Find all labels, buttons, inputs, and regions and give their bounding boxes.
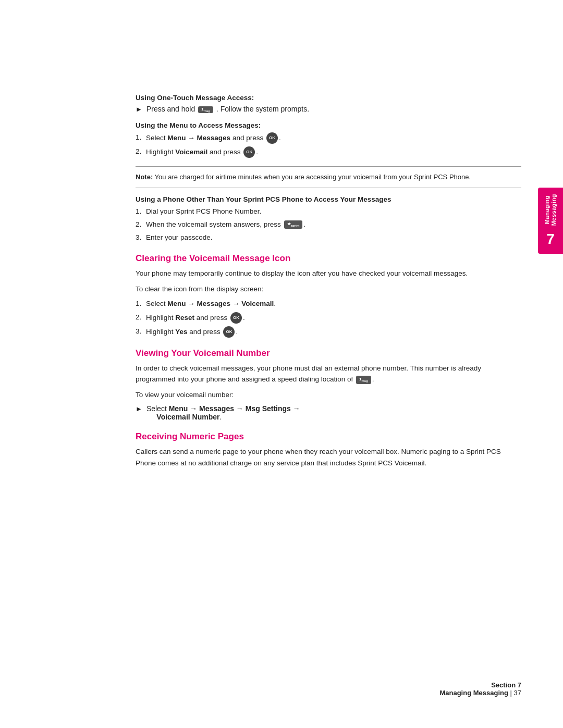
step1-rest: and press bbox=[232, 134, 263, 142]
other-phone-list: 1. Dial your Sprint PCS Phone Number. 2.… bbox=[136, 206, 521, 243]
menu-step-1: 1. Select Menu → Messages and press OK. bbox=[136, 132, 521, 144]
clearing-step-3: 3. Highlight Yes and press OK. bbox=[136, 326, 521, 338]
note-label: Note: bbox=[136, 173, 153, 181]
arrow-icon: ► bbox=[136, 105, 142, 113]
clearing-step3-pre: Highlight bbox=[146, 327, 174, 335]
menu-step-2: 2. Highlight Voicemail and press OK. bbox=[136, 146, 521, 158]
side-tab: Managing Messaging 7 bbox=[538, 188, 563, 254]
viewing-voicemail-number: Voicemail Number bbox=[156, 413, 219, 421]
side-tab-number: 7 bbox=[546, 231, 555, 248]
other-phone-heading: Using a Phone Other Than Your Sprint PCS… bbox=[136, 195, 521, 203]
clearing-step-1: 1. Select Menu → Messages → Voicemail. bbox=[136, 299, 521, 309]
clearing-voicemail: Voicemail bbox=[241, 300, 274, 307]
clearing-messages: Messages bbox=[197, 300, 231, 307]
clearing-step3-rest: and press bbox=[189, 327, 220, 335]
receiving-body: Callers can send a numeric page to your … bbox=[136, 446, 521, 468]
arrow-icon-2: ► bbox=[136, 405, 142, 413]
one-touch-section: Using One-Touch Message Access: ► Press … bbox=[136, 94, 521, 113]
ok-button-3: OK bbox=[230, 312, 242, 324]
note-text: You are charged for airtime minutes when… bbox=[155, 173, 471, 181]
step1-messages: Messages bbox=[197, 134, 231, 142]
viewing-title: Viewing Your Voicemail Number bbox=[136, 348, 521, 359]
side-tab-text: Managing Messaging bbox=[544, 194, 557, 226]
step2-voicemail: Voicemail bbox=[175, 148, 207, 156]
viewing-body1-text: In order to check voicemail messages, yo… bbox=[136, 364, 481, 384]
viewing-body1: In order to check voicemail messages, yo… bbox=[136, 363, 521, 385]
speed-dial-button: 1msg bbox=[356, 376, 371, 384]
clearing-section: Clearing the Voicemail Message Icon Your… bbox=[136, 253, 521, 337]
one-touch-press: Press and hold bbox=[146, 105, 195, 113]
clearing-yes: Yes bbox=[175, 327, 187, 335]
clearing-body1: Your phone may temporarily continue to d… bbox=[136, 268, 521, 279]
clearing-title: Clearing the Voicemail Message Icon bbox=[136, 253, 521, 264]
other-step-1: 1. Dial your Sprint PCS Phone Number. bbox=[136, 206, 521, 217]
other-step1-text: Dial your Sprint PCS Phone Number. bbox=[146, 206, 521, 217]
one-touch-heading: Using One-Touch Message Access: bbox=[136, 94, 521, 102]
other-step2-text: When the voicemail system answers, press bbox=[146, 220, 281, 228]
footer-section-label: Section 7 bbox=[491, 681, 521, 689]
other-phone-section: Using a Phone Other Than Your Sprint PCS… bbox=[136, 195, 521, 243]
receiving-title: Receiving Numeric Pages bbox=[136, 431, 521, 442]
star-button-icon: ★sprint bbox=[284, 220, 303, 229]
page-footer: Section 7 Managing Messaging | 37 bbox=[439, 681, 521, 697]
viewing-messages: Messages bbox=[199, 404, 234, 413]
ok-button-2: OK bbox=[243, 146, 255, 158]
clearing-step1-pre: Select bbox=[146, 300, 166, 307]
note-box: Note: You are charged for airtime minute… bbox=[136, 166, 521, 188]
footer-section: Section 7 bbox=[439, 681, 521, 689]
viewing-bullet-text: Select Menu → Messages → Msg Settings → … bbox=[146, 404, 300, 421]
clearing-list: 1. Select Menu → Messages → Voicemail. 2… bbox=[136, 299, 521, 337]
one-touch-rest: . Follow the system prompts. bbox=[216, 105, 309, 113]
footer-page-label: Managing Messaging bbox=[439, 689, 508, 697]
ok-button-4: OK bbox=[223, 326, 235, 338]
ok-button-1: OK bbox=[266, 132, 278, 144]
viewing-msg-settings: Msg Settings bbox=[246, 404, 291, 413]
other-step-2: 2. When the voicemail system answers, pr… bbox=[136, 219, 521, 230]
side-tab-line1: Managing bbox=[544, 195, 550, 224]
menu-access-list: 1. Select Menu → Messages and press OK. … bbox=[136, 132, 521, 158]
viewing-pre: Select bbox=[146, 404, 167, 413]
menu-access-section: Using the Menu to Access Messages: 1. Se… bbox=[136, 121, 521, 158]
step2-highlight: Highlight bbox=[146, 148, 174, 156]
viewing-bullet: ► Select Menu → Messages → Msg Settings … bbox=[136, 404, 521, 421]
footer-page: Managing Messaging | 37 bbox=[439, 689, 521, 697]
clearing-step2-rest: and press bbox=[197, 313, 227, 321]
footer-page-number: 37 bbox=[514, 689, 521, 697]
other-step3-text: Enter your passcode. bbox=[146, 232, 521, 243]
receiving-section: Receiving Numeric Pages Callers can send… bbox=[136, 431, 521, 468]
clearing-body2: To clear the icon from the display scree… bbox=[136, 283, 521, 295]
page-content: Using One-Touch Message Access: ► Press … bbox=[0, 0, 563, 728]
menu-access-heading: Using the Menu to Access Messages: bbox=[136, 121, 521, 129]
viewing-body2: To view your voicemail number: bbox=[136, 389, 521, 401]
viewing-section: Viewing Your Voicemail Number In order t… bbox=[136, 348, 521, 422]
viewing-menu: Menu bbox=[169, 404, 188, 413]
one-touch-text: Press and hold 1msg . Follow the system … bbox=[146, 105, 309, 113]
clearing-menu: Menu bbox=[167, 300, 186, 307]
side-tab-line2: Messaging bbox=[550, 194, 557, 226]
step1-menu: Menu bbox=[167, 134, 188, 142]
msg-button-icon: 1msg bbox=[198, 106, 213, 113]
one-touch-bullet: ► Press and hold 1msg . Follow the syste… bbox=[136, 105, 521, 113]
step1-select: Select bbox=[146, 134, 166, 142]
clearing-step2-pre: Highlight bbox=[146, 313, 174, 321]
clearing-reset: Reset bbox=[175, 313, 194, 321]
other-step-3: 3. Enter your passcode. bbox=[136, 232, 521, 243]
step2-rest: and press bbox=[210, 148, 240, 156]
clearing-step-2: 2. Highlight Reset and press OK. bbox=[136, 312, 521, 324]
